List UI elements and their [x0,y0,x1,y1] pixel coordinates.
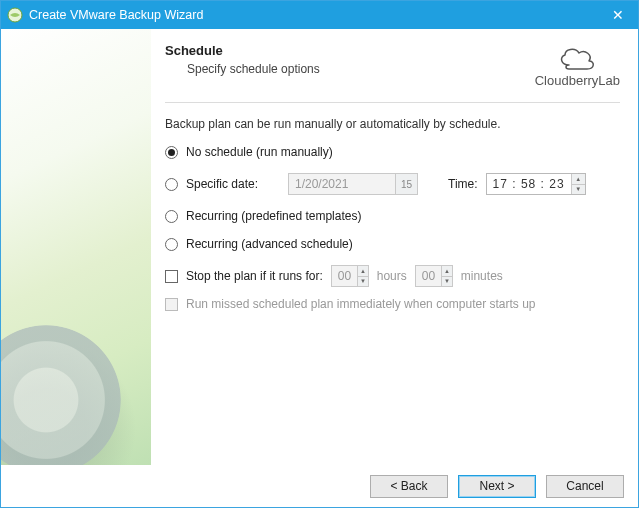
option-stop-plan[interactable]: Stop the plan if it runs for: 00 ▲ ▼ hou… [165,265,620,287]
page-description: Backup plan can be run manually or autom… [165,117,620,131]
option-run-missed: Run missed scheduled plan immediately wh… [165,297,620,311]
chevron-up-icon: ▲ [442,266,452,277]
option-label: Specific date: [186,177,270,191]
calendar-icon: 15 [395,174,417,194]
window-title: Create VMware Backup Wizard [29,8,598,22]
option-label: No schedule (run manually) [186,145,333,159]
checkbox-icon [165,298,178,311]
wizard-footer: < Back Next > Cancel [1,465,638,507]
cloud-icon [555,43,599,71]
next-button[interactable]: Next > [458,475,536,498]
radio-icon [165,238,178,251]
minutes-spinner: ▲ ▼ [441,266,452,286]
close-button[interactable]: ✕ [598,1,638,29]
chevron-up-icon: ▲ [358,266,368,277]
date-input: 1/20/2021 15 [288,173,418,195]
radio-icon [165,178,178,191]
option-no-schedule[interactable]: No schedule (run manually) [165,145,620,159]
hours-unit: hours [377,269,407,283]
chevron-down-icon: ▼ [358,277,368,287]
radio-icon [165,210,178,223]
hours-input: 00 ▲ ▼ [331,265,369,287]
wizard-main-panel: Schedule Specify schedule options Cloudb… [151,29,638,465]
page-heading: Schedule [165,43,320,58]
minutes-unit: minutes [461,269,503,283]
time-value: 17 : 58 : 23 [487,177,571,191]
brand-name: CloudberryLab [535,73,620,88]
close-icon: ✕ [612,7,624,23]
option-label: Recurring (predefined templates) [186,209,361,223]
minutes-input: 00 ▲ ▼ [415,265,453,287]
chevron-down-icon: ▼ [442,277,452,287]
option-label: Stop the plan if it runs for: [186,269,323,283]
brand-block: CloudberryLab [535,43,620,88]
chevron-up-icon[interactable]: ▲ [572,174,585,185]
option-recurring-advanced[interactable]: Recurring (advanced schedule) [165,237,620,251]
page-subheading: Specify schedule options [187,62,320,76]
option-label: Recurring (advanced schedule) [186,237,353,251]
title-bar: Create VMware Backup Wizard ✕ [1,1,638,29]
option-label: Run missed scheduled plan immediately wh… [186,297,536,311]
wizard-sidebar-graphic [1,29,151,465]
date-value: 1/20/2021 [289,177,354,191]
time-label: Time: [448,177,478,191]
radio-icon [165,146,178,159]
divider [165,102,620,103]
time-spinner[interactable]: ▲ ▼ [571,174,585,194]
back-button[interactable]: < Back [370,475,448,498]
time-input[interactable]: 17 : 58 : 23 ▲ ▼ [486,173,586,195]
option-specific-date[interactable]: Specific date: 1/20/2021 15 Time: 17 : 5… [165,173,620,195]
cancel-button[interactable]: Cancel [546,475,624,498]
hours-value: 00 [332,269,357,283]
option-recurring-predefined[interactable]: Recurring (predefined templates) [165,209,620,223]
minutes-value: 00 [416,269,441,283]
chevron-down-icon[interactable]: ▼ [572,185,585,195]
app-icon [7,7,23,23]
hours-spinner: ▲ ▼ [357,266,368,286]
checkbox-icon[interactable] [165,270,178,283]
